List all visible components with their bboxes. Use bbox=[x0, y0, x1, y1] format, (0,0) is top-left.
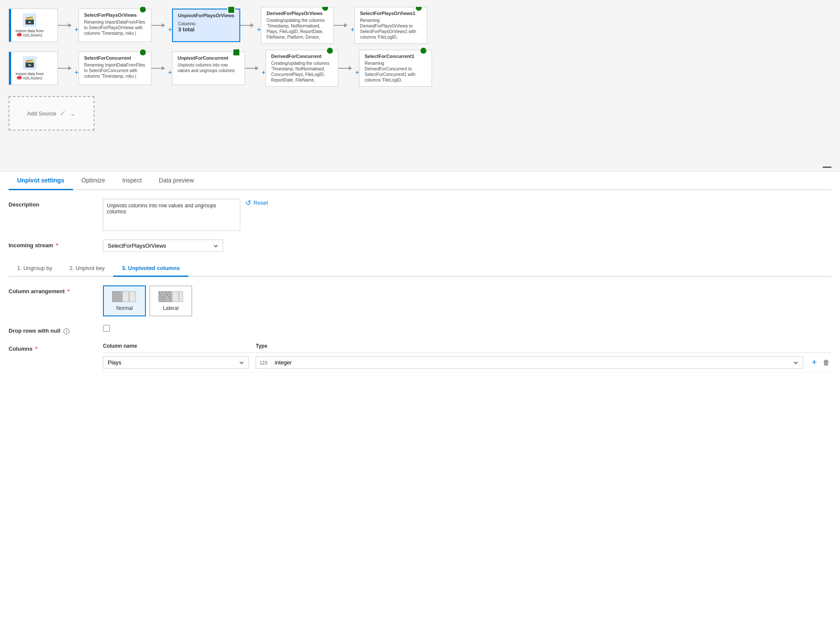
transform-icon-r2-4 bbox=[420, 47, 427, 55]
svg-rect-7 bbox=[130, 291, 136, 302]
col-type-container: 123 integer string boolean float bbox=[256, 356, 803, 369]
columns-header: Column name Type bbox=[103, 343, 831, 353]
column-arrangement-label: Column arrangement * bbox=[9, 285, 94, 294]
lateral-table-icon bbox=[158, 291, 184, 303]
sub-tab-unpivot-key[interactable]: 2. Unpivot key bbox=[61, 261, 113, 277]
pipeline-row-2: 🗃️ Import data from ADLSGen2 + Se bbox=[9, 50, 831, 87]
add-step-1[interactable]: + bbox=[75, 26, 79, 33]
column-arrangement-row: Column arrangement * bbox=[9, 285, 831, 316]
normal-table-icon bbox=[112, 291, 137, 303]
columns-label: Columns * bbox=[9, 343, 94, 352]
incoming-stream-row: Incoming stream * SelectForPlaysOrViews … bbox=[9, 240, 831, 252]
source-icon: 🗃️ bbox=[23, 13, 36, 27]
row-actions: + 🗑 bbox=[810, 357, 831, 368]
delete-row-button[interactable]: 🗑 bbox=[821, 358, 831, 367]
arrangement-normal[interactable]: Normal bbox=[103, 285, 146, 316]
source-label: Import data from ADLSGen2 bbox=[15, 29, 44, 37]
add-step-r2-3[interactable]: + bbox=[262, 69, 266, 76]
reset-button[interactable]: ↺ Reset bbox=[245, 199, 268, 207]
columns-desc: Columns: 3 total bbox=[178, 21, 234, 33]
add-step-r2-1[interactable]: + bbox=[75, 69, 79, 76]
connector-r2-1-2: + bbox=[58, 66, 79, 70]
tab-optimize[interactable]: Optimize bbox=[73, 172, 114, 190]
transform-icon-r2-3 bbox=[326, 47, 334, 55]
columns-row: Columns * Column name Type Plays 123 bbox=[9, 343, 831, 373]
node-derived-concurrent[interactable]: DerivedForConcurrent Creating/updating t… bbox=[266, 50, 338, 87]
type-icon: 123 bbox=[256, 358, 271, 368]
source-node-2[interactable]: 🗃️ Import data from ADLSGen2 bbox=[9, 52, 58, 85]
node-select-concurrent1[interactable]: SelectForConcurrent1 Renaming DerivedFor… bbox=[359, 50, 432, 87]
sub-tab-unpivoted-columns[interactable]: 3. Unpivoted columns bbox=[113, 261, 188, 277]
source-label-2: Import data from ADLSGen2 bbox=[15, 72, 44, 80]
tab-unpivot-settings[interactable]: Unpivot settings bbox=[9, 172, 73, 190]
source-node-content-2: 🗃️ Import data from ADLSGen2 bbox=[11, 52, 48, 85]
drop-rows-checkbox[interactable] bbox=[103, 325, 110, 332]
connector-r2-3-4: + bbox=[245, 66, 266, 70]
drop-rows-label: Drop rows with null i bbox=[9, 325, 94, 334]
svg-rect-6 bbox=[123, 291, 129, 302]
node-derived-plays-views[interactable]: DerivedForPlaysOrViews Creating/updating… bbox=[261, 7, 334, 44]
main-tabs: Unpivot settings Optimize Inspect Data p… bbox=[9, 172, 831, 190]
add-source-row: Add Source ✓ ⌄ bbox=[9, 93, 831, 130]
description-row: Description Unpivots columns into row va… bbox=[9, 199, 831, 231]
description-label: Description bbox=[9, 199, 94, 208]
node-select-plays-views1[interactable]: SelectForPlaysOrViews1 Renaming DerivedF… bbox=[354, 7, 427, 44]
columns-content: Column name Type Plays 123 integer st bbox=[103, 343, 831, 373]
connector-r2-2-3: + bbox=[151, 66, 172, 70]
checkmark-icon: ✓ bbox=[60, 109, 66, 118]
svg-rect-17 bbox=[172, 291, 178, 302]
column-row-1: Plays 123 integer string boolean float + bbox=[103, 353, 831, 373]
pipeline-canvas: 🗃️ Import data from ADLSGen2 + Se bbox=[0, 0, 840, 172]
drop-rows-content bbox=[103, 325, 831, 332]
source-icon-2: 🗃️ bbox=[23, 56, 36, 70]
transform-icon-r2-1 bbox=[139, 49, 147, 56]
required-marker: * bbox=[54, 242, 58, 249]
pipeline-wrapper: 🗃️ Import data from ADLSGen2 + Se bbox=[9, 7, 831, 134]
node-unpivot-plays-views[interactable]: UnpivotForPlaysOrViews Columns: 3 total bbox=[172, 9, 240, 42]
pipeline-row-1: 🗃️ Import data from ADLSGen2 + Se bbox=[9, 7, 831, 44]
column-arrangement-content: Normal bbox=[103, 285, 831, 316]
add-step-r2-2[interactable]: + bbox=[168, 69, 172, 76]
add-step-4[interactable]: + bbox=[351, 26, 354, 33]
svg-rect-18 bbox=[179, 291, 183, 302]
add-row-button[interactable]: + bbox=[810, 357, 819, 368]
redacted-badge bbox=[17, 33, 22, 36]
connector-r2-4-5: + bbox=[338, 66, 359, 70]
arrangement-lateral[interactable]: Lateral bbox=[149, 285, 192, 316]
connector-1-2: + bbox=[58, 23, 79, 27]
col-name-select[interactable]: Plays bbox=[103, 356, 249, 369]
transform-icon-2 bbox=[227, 7, 235, 14]
node-select-plays-views[interactable]: SelectForPlaysOrViews Renaming ImportDat… bbox=[79, 9, 151, 42]
col-type-select[interactable]: integer string boolean float bbox=[271, 357, 803, 368]
connector-4-5: + bbox=[334, 23, 354, 27]
source-node-1[interactable]: 🗃️ Import data from ADLSGen2 bbox=[9, 9, 58, 42]
add-step-3[interactable]: + bbox=[257, 26, 261, 33]
incoming-stream-select[interactable]: SelectForPlaysOrViews SelectForConcurren… bbox=[103, 240, 223, 252]
connector-2-3: + bbox=[151, 23, 172, 27]
transform-icon-r2-2 bbox=[233, 49, 240, 56]
incoming-stream-label: Incoming stream * bbox=[9, 240, 94, 249]
chevron-icon: ⌄ bbox=[69, 109, 76, 118]
minimize-bar[interactable] bbox=[823, 167, 831, 168]
info-icon[interactable]: i bbox=[63, 328, 69, 334]
col-name-container: Plays bbox=[103, 356, 249, 369]
arrangement-options: Normal bbox=[103, 285, 192, 316]
tab-data-preview[interactable]: Data preview bbox=[150, 172, 202, 190]
redacted-badge-2 bbox=[17, 76, 22, 79]
settings-panel: Unpivot settings Optimize Inspect Data p… bbox=[0, 172, 840, 390]
reset-icon: ↺ bbox=[245, 199, 251, 207]
sub-tabs: 1. Ungroup by 2. Unpivot key 3. Unpivote… bbox=[9, 261, 831, 277]
add-source-button[interactable]: Add Source ✓ ⌄ bbox=[9, 96, 94, 130]
description-textarea[interactable]: Unpivots columns into row values and ung… bbox=[103, 199, 240, 231]
connector-3-4: + bbox=[240, 23, 261, 27]
tab-inspect[interactable]: Inspect bbox=[114, 172, 150, 190]
node-select-concurrent[interactable]: SelectForConcurrent Renaming ImportDataF… bbox=[79, 52, 151, 85]
source-node-content: 🗃️ Import data from ADLSGen2 bbox=[11, 9, 48, 42]
incoming-stream-content: SelectForPlaysOrViews SelectForConcurren… bbox=[103, 240, 831, 252]
description-content: Unpivots columns into row values and ung… bbox=[103, 199, 831, 231]
add-step-r2-4[interactable]: + bbox=[355, 69, 359, 76]
drop-rows-row: Drop rows with null i bbox=[9, 325, 831, 334]
sub-tab-ungroup[interactable]: 1. Ungroup by bbox=[9, 261, 61, 277]
add-step-2[interactable]: + bbox=[168, 26, 172, 33]
node-unpivot-concurrent[interactable]: UnpivotForConcurrent Unpivots columns in… bbox=[172, 52, 245, 85]
